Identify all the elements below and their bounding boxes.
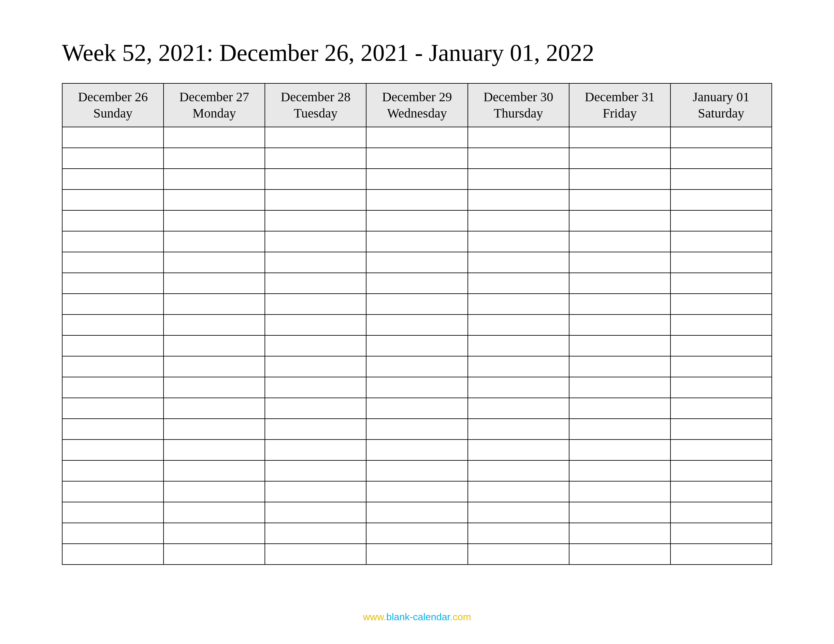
calendar-cell xyxy=(62,189,163,210)
calendar-cell xyxy=(468,315,569,335)
calendar-cell xyxy=(569,419,671,439)
calendar-cell xyxy=(366,544,467,565)
col-header-thursday: December 30 Thursday xyxy=(468,83,569,127)
calendar-cell xyxy=(62,231,163,252)
col-header-tuesday: December 28 Tuesday xyxy=(265,83,366,127)
calendar-cell xyxy=(468,273,569,294)
calendar-cell xyxy=(163,356,265,377)
calendar-cell xyxy=(569,231,671,252)
calendar-cell xyxy=(569,544,671,565)
calendar-row xyxy=(62,481,772,502)
calendar-cell xyxy=(671,127,772,148)
calendar-cell xyxy=(671,335,772,356)
calendar-cell xyxy=(265,481,366,502)
calendar-cell xyxy=(569,273,671,294)
calendar-cell xyxy=(366,252,467,273)
calendar-cell xyxy=(569,315,671,335)
calendar-cell xyxy=(62,523,163,544)
col-header-date: December 29 xyxy=(369,89,465,105)
calendar-cell xyxy=(671,419,772,439)
calendar-cell xyxy=(163,189,265,210)
calendar-row xyxy=(62,127,772,148)
calendar-cell xyxy=(366,419,467,439)
calendar-cell xyxy=(569,356,671,377)
calendar-cell xyxy=(62,169,163,189)
calendar-cell xyxy=(265,189,366,210)
calendar-row xyxy=(62,419,772,439)
calendar-cell xyxy=(163,294,265,315)
calendar-cell xyxy=(265,544,366,565)
col-header-friday: December 31 Friday xyxy=(569,83,671,127)
calendar-header-row: December 26 Sunday December 27 Monday De… xyxy=(62,83,772,127)
calendar-cell xyxy=(366,356,467,377)
col-header-date: December 30 xyxy=(471,89,566,105)
calendar-cell xyxy=(265,377,366,398)
calendar-cell xyxy=(265,460,366,481)
calendar-cell xyxy=(671,398,772,419)
calendar-cell xyxy=(569,189,671,210)
calendar-cell xyxy=(163,148,265,169)
col-header-date: January 01 xyxy=(673,89,769,105)
calendar-cell xyxy=(468,252,569,273)
calendar-cell xyxy=(265,315,366,335)
calendar-cell xyxy=(163,398,265,419)
footer-link-com: .com xyxy=(450,612,471,622)
calendar-cell xyxy=(62,210,163,231)
calendar-cell xyxy=(468,231,569,252)
calendar-cell xyxy=(265,294,366,315)
calendar-cell xyxy=(62,502,163,523)
calendar-cell xyxy=(163,419,265,439)
calendar-cell xyxy=(62,127,163,148)
calendar-cell xyxy=(366,189,467,210)
calendar-cell xyxy=(569,294,671,315)
calendar-cell xyxy=(569,460,671,481)
col-header-dow: Monday xyxy=(166,105,262,121)
calendar-cell xyxy=(569,439,671,460)
col-header-dow: Thursday xyxy=(471,105,566,121)
col-header-dow: Friday xyxy=(572,105,668,121)
calendar-cell xyxy=(265,252,366,273)
calendar-cell xyxy=(671,273,772,294)
calendar-cell xyxy=(468,127,569,148)
calendar-cell xyxy=(671,294,772,315)
footer-link[interactable]: www.blank-calendar.com xyxy=(363,612,471,622)
calendar-row xyxy=(62,356,772,377)
calendar-cell xyxy=(671,544,772,565)
calendar-cell xyxy=(265,335,366,356)
calendar-cell xyxy=(468,523,569,544)
calendar-cell xyxy=(62,439,163,460)
calendar-cell xyxy=(265,523,366,544)
calendar-body xyxy=(62,127,772,565)
calendar-cell xyxy=(366,335,467,356)
calendar-cell xyxy=(163,252,265,273)
page-container: Week 52, 2021: December 26, 2021 - Janua… xyxy=(0,0,834,644)
calendar-row xyxy=(62,315,772,335)
footer-link-www: www. xyxy=(363,612,386,622)
calendar-cell xyxy=(163,210,265,231)
calendar-cell xyxy=(468,148,569,169)
calendar-row xyxy=(62,189,772,210)
calendar-cell xyxy=(366,210,467,231)
calendar-cell xyxy=(163,544,265,565)
calendar-cell xyxy=(62,294,163,315)
calendar-cell xyxy=(265,273,366,294)
calendar-cell xyxy=(468,439,569,460)
calendar-cell xyxy=(671,252,772,273)
calendar-row xyxy=(62,544,772,565)
calendar-row xyxy=(62,335,772,356)
col-header-monday: December 27 Monday xyxy=(163,83,265,127)
footer: www.blank-calendar.com xyxy=(0,612,834,623)
calendar-cell xyxy=(671,502,772,523)
calendar-cell xyxy=(366,127,467,148)
calendar-cell xyxy=(366,523,467,544)
calendar-cell xyxy=(366,481,467,502)
calendar-cell xyxy=(468,335,569,356)
calendar-cell xyxy=(163,523,265,544)
calendar-row xyxy=(62,502,772,523)
calendar-cell xyxy=(468,356,569,377)
calendar-cell xyxy=(569,148,671,169)
calendar-cell xyxy=(366,439,467,460)
calendar-cell xyxy=(62,460,163,481)
calendar-cell xyxy=(265,502,366,523)
calendar-cell xyxy=(569,335,671,356)
